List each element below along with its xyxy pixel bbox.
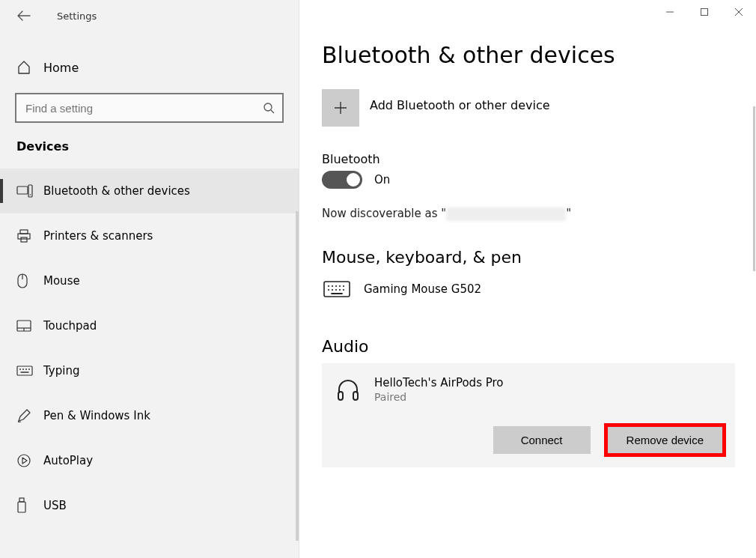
add-device-button[interactable]: Add Bluetooth or other device — [322, 89, 734, 127]
sidebar-item-label: Bluetooth & other devices — [43, 184, 190, 198]
plus-icon — [322, 89, 359, 127]
bluetooth-toggle-state: On — [374, 173, 390, 186]
keyboard-icon — [322, 279, 352, 300]
svg-rect-24 — [324, 282, 350, 297]
mouse-icon — [16, 273, 28, 289]
sidebar-item-label: USB — [43, 499, 67, 512]
search-input[interactable] — [24, 101, 263, 115]
content-area: Bluetooth & other devices Add Bluetooth … — [299, 0, 756, 558]
home-icon — [16, 60, 31, 75]
svg-point-19 — [18, 455, 30, 467]
sidebar-top-row: Settings — [0, 0, 299, 31]
touchpad-icon — [16, 320, 31, 332]
autoplay-icon — [16, 453, 31, 468]
nav-home[interactable]: Home — [0, 49, 299, 85]
search-container — [15, 93, 284, 123]
section-mouse-keyboard-pen: Mouse, keyboard, & pen — [322, 248, 734, 267]
nav-home-label: Home — [43, 61, 79, 75]
sidebar-category-header: Devices — [0, 139, 299, 154]
sidebar-nav: Bluetooth & other devices Printers & sca… — [0, 169, 299, 528]
sidebar-item-label: AutoPlay — [43, 454, 93, 467]
sidebar-item-typing[interactable]: Typing — [0, 348, 299, 393]
svg-rect-37 — [353, 392, 358, 400]
svg-line-1 — [271, 110, 274, 113]
svg-rect-36 — [338, 392, 343, 400]
connect-button[interactable]: Connect — [493, 426, 591, 454]
add-device-label: Add Bluetooth or other device — [370, 98, 550, 112]
bluetooth-toggle-row: On — [322, 171, 734, 189]
sidebar-item-label: Printers & scanners — [43, 229, 153, 243]
sidebar-item-mouse[interactable]: Mouse — [0, 258, 299, 303]
remove-device-button[interactable]: Remove device — [607, 426, 723, 454]
svg-rect-7 — [21, 237, 27, 242]
bluetooth-section-label: Bluetooth — [322, 152, 734, 166]
svg-rect-6 — [18, 234, 30, 239]
page-title: Bluetooth & other devices — [322, 42, 734, 68]
sidebar-item-label: Mouse — [43, 274, 80, 288]
sidebar-item-pen[interactable]: Pen & Windows Ink — [0, 393, 299, 438]
usb-icon — [16, 497, 27, 514]
discoverable-prefix: Now discoverable as " — [322, 207, 446, 220]
sidebar-item-label: Touchpad — [43, 319, 97, 333]
sidebar-item-touchpad[interactable]: Touchpad — [0, 303, 299, 348]
sidebar-scrollbar[interactable] — [296, 211, 299, 541]
section-audio: Audio — [322, 337, 734, 356]
keyboard-icon — [16, 366, 33, 376]
svg-point-0 — [264, 103, 272, 111]
toggle-knob — [347, 173, 360, 186]
device-name: Gaming Mouse G502 — [364, 282, 481, 296]
arrow-left-icon — [17, 10, 31, 21]
back-button[interactable] — [16, 8, 31, 23]
device-card-selected[interactable]: HelloTech's AirPods Pro Paired Connect R… — [322, 363, 735, 467]
svg-rect-5 — [20, 230, 28, 234]
devices-icon — [16, 184, 33, 198]
sidebar-item-label: Pen & Windows Ink — [43, 409, 150, 422]
search-box[interactable] — [15, 93, 284, 123]
sidebar: Settings Home Devices — [0, 0, 299, 558]
discoverable-text: Now discoverable as "" — [322, 207, 734, 221]
svg-rect-13 — [17, 366, 32, 375]
device-name: HelloTech's AirPods Pro — [374, 376, 504, 389]
window-title: Settings — [57, 10, 97, 22]
sidebar-item-bluetooth[interactable]: Bluetooth & other devices — [0, 169, 299, 213]
svg-rect-2 — [17, 186, 28, 194]
pen-icon — [16, 408, 31, 423]
sidebar-item-usb[interactable]: USB — [0, 483, 299, 528]
svg-point-4 — [30, 194, 31, 195]
printer-icon — [16, 228, 31, 243]
sidebar-item-autoplay[interactable]: AutoPlay — [0, 438, 299, 483]
discoverable-name-redacted — [446, 207, 566, 221]
sidebar-item-printers[interactable]: Printers & scanners — [0, 213, 299, 258]
discoverable-suffix: " — [566, 207, 571, 220]
bluetooth-toggle[interactable] — [322, 171, 362, 189]
sidebar-item-label: Typing — [43, 364, 79, 377]
device-row[interactable]: Gaming Mouse G502 — [322, 274, 734, 304]
device-status: Paired — [374, 391, 504, 403]
content-scrollbar[interactable] — [753, 106, 755, 271]
search-icon — [263, 102, 275, 114]
svg-rect-21 — [18, 502, 25, 512]
headphones-icon — [334, 375, 362, 404]
svg-rect-20 — [19, 498, 24, 502]
